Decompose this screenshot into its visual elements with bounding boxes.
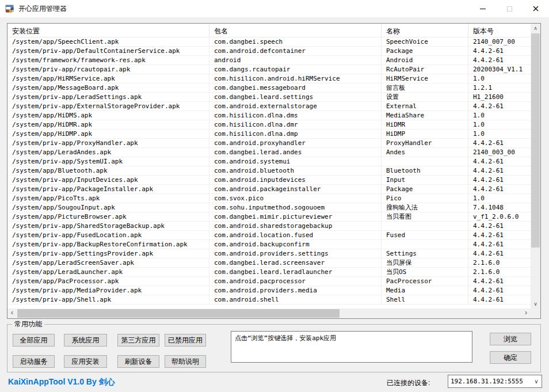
maximize-button — [496, 0, 523, 17]
table-row[interactable]: /system/priv-app/SettingsProvider.apkcom… — [7, 249, 531, 258]
table-row[interactable]: /system/priv-app/SharedStorageBackup.apk… — [7, 222, 531, 231]
cell-install-location: /system/app/LeradScreenSaver.apk — [7, 258, 209, 268]
cell-package: com.android.shell — [209, 295, 382, 305]
cell-install-location: /system/priv-app/BackupRestoreConfirmati… — [7, 240, 209, 249]
close-button[interactable]: × — [523, 0, 549, 17]
table-row[interactable]: /system/app/SougouInput.apkcom.sohu.inpu… — [7, 203, 531, 212]
vertical-scroll-thumb[interactable] — [531, 33, 540, 248]
cell-install-location: /system/app/LeradLauncher.apk — [7, 268, 209, 277]
cell-name: SpeechVoice — [382, 37, 468, 47]
table-row[interactable]: /system/app/HiDMS.apkcom.hisilicon.dlna.… — [7, 111, 531, 120]
cell-version: 1.0 — [468, 120, 531, 130]
cell-version: 4.4.2-61 — [468, 222, 531, 231]
minimize-icon — [480, 9, 486, 9]
install-app-button[interactable]: 应用安装 — [64, 355, 107, 368]
cell-name: 当贝OS — [382, 268, 468, 277]
table-row[interactable]: /system/framework/framework-res.apkandro… — [7, 56, 531, 65]
cell-package: com.android.sharedstoragebackup — [209, 222, 382, 231]
cell-name — [382, 240, 468, 249]
table-row[interactable]: /system/priv-app/FusedLocation.apkcom.an… — [7, 231, 531, 240]
table-row[interactable]: /system/priv-app/LeradSettings.apkcom.da… — [7, 93, 531, 102]
table-row[interactable]: /system/app/LeradLauncher.apkcom.dangbei… — [7, 268, 531, 277]
refresh-device-button[interactable]: 刷新设备 — [117, 355, 159, 368]
cell-name: Bluetooth — [382, 166, 468, 176]
cell-name: HiDMP — [382, 130, 468, 139]
vertical-scrollbar[interactable]: ∧ ∨ — [531, 24, 540, 309]
column-header-package[interactable]: 包名 — [209, 24, 382, 37]
cell-install-location: /system/priv-app/ExternalStorageProvider… — [7, 102, 209, 111]
cell-package: com.dangbei.speech — [209, 37, 382, 47]
all-apps-button[interactable]: 全部应用 — [13, 334, 55, 347]
table-row[interactable]: /system/priv-app/ProxyHandler.apkcom.and… — [7, 139, 531, 148]
app-table: 安装位置 包名 名称 版本号 /system/app/SpeechClient.… — [7, 23, 541, 319]
table-row[interactable]: /system/priv-app/Shell.apkcom.android.sh… — [7, 295, 531, 305]
cell-name — [382, 222, 468, 231]
cell-name: 设置 — [382, 93, 468, 102]
column-header-name[interactable]: 名称 — [382, 24, 468, 37]
window-title: 开心应用管理器 — [18, 4, 67, 14]
horizontal-scrollbar[interactable]: ‹ › — [7, 309, 531, 318]
app-credit: KaiXinAppTool V1.0 By 剑心 — [8, 377, 115, 387]
cell-name: MediaShare — [382, 111, 468, 120]
device-select[interactable]: 192.168.31.192:5555 ∨ — [448, 375, 542, 388]
minimize-button[interactable] — [470, 0, 496, 17]
cell-version: 1.0 — [468, 111, 531, 120]
table-body: /system/app/SpeechClient.apkcom.dangbei.… — [7, 37, 531, 309]
table-row[interactable]: /system/app/HiRMService.apkcom.hisilicon… — [7, 74, 531, 83]
cell-package: com.dangbei.messageboard — [209, 83, 382, 93]
cell-version: 1.0 — [468, 194, 531, 203]
table-row[interactable]: /system/priv-app/SystemUI.apkcom.android… — [7, 157, 531, 166]
cell-package: com.dangs.rcautopair — [209, 65, 382, 74]
cell-package: com.android.inputdevices — [209, 176, 382, 185]
app-icon — [5, 4, 14, 13]
table-row[interactable]: /system/priv-app/MediaProvider.apkcom.an… — [7, 286, 531, 295]
scroll-up-icon[interactable]: ∧ — [531, 24, 540, 33]
table-row[interactable]: /system/app/SpeechClient.apkcom.dangbei.… — [7, 37, 531, 47]
cell-name: Pico — [382, 194, 468, 203]
table-row[interactable]: /system/app/PictureBrowser.apkcom.dangbe… — [7, 212, 531, 222]
table-row[interactable]: /system/app/Bluetooth.apkcom.android.blu… — [7, 166, 531, 176]
cell-package: com.android.packageinstaller — [209, 185, 382, 194]
table-row[interactable]: /system/priv-app/InputDevices.apkcom.and… — [7, 176, 531, 185]
table-row[interactable]: /system/app/PicoTts.apkcom.svox.picoPico… — [7, 194, 531, 203]
table-row[interactable]: /system/app/PacProcessor.apkcom.android.… — [7, 277, 531, 286]
table-row[interactable]: /system/app/HiDMP.apkcom.hisilicon.dlna.… — [7, 130, 531, 139]
table-row[interactable]: /system/app/LeradScreenSaver.apkcom.dang… — [7, 258, 531, 268]
cell-package: com.android.providers.media — [209, 286, 382, 295]
table-row[interactable]: /system/app/LeradAndes.apkcom.dangbei.le… — [7, 148, 531, 157]
table-row[interactable]: /system/app/HiDMR.apkcom.hisilicon.dlna.… — [7, 120, 531, 130]
cell-package: com.android.backupconfirm — [209, 240, 382, 249]
scroll-right-icon[interactable]: › — [521, 309, 531, 318]
table-row[interactable]: /system/priv-app/DefaultContainerService… — [7, 47, 531, 56]
help-button[interactable]: 帮助说明 — [165, 355, 206, 368]
third-party-apps-button[interactable]: 第三方应用 — [117, 334, 159, 347]
connected-device-label: 已连接的设备: — [387, 378, 430, 388]
cell-version: 2140_007_00 — [468, 37, 531, 47]
cell-install-location: /system/app/HiDMP.apk — [7, 130, 209, 139]
ok-button[interactable]: 确定 — [490, 351, 531, 364]
horizontal-scroll-thumb[interactable] — [17, 309, 340, 318]
column-header-version[interactable]: 版本号 — [468, 24, 531, 37]
table-row[interactable]: /system/priv-app/BackupRestoreConfirmati… — [7, 240, 531, 249]
apk-path-input[interactable]: 点击“浏览”按键选择，安装apk应用 — [231, 331, 472, 363]
table-row[interactable]: /system/priv-app/ExternalStorageProvider… — [7, 102, 531, 111]
cell-package: android — [209, 56, 382, 65]
disabled-apps-button[interactable]: 已禁用应用 — [165, 334, 206, 347]
start-service-button[interactable]: 启动服务 — [13, 355, 55, 368]
browse-button[interactable]: 浏览 — [490, 333, 531, 345]
system-apps-button[interactable]: 系统应用 — [64, 334, 107, 347]
cell-version: 1.0 — [468, 130, 531, 139]
cell-install-location: /system/priv-app/LeradSettings.apk — [7, 93, 209, 102]
cell-version: v_f1_2.0.6.0 — [468, 212, 531, 222]
scroll-left-icon[interactable]: ‹ — [7, 309, 17, 318]
column-header-install-location[interactable]: 安装位置 — [7, 24, 209, 37]
table-row[interactable]: /system/app/MessageBoard.apkcom.dangbei.… — [7, 83, 531, 93]
scroll-down-icon[interactable]: ∨ — [531, 299, 540, 309]
cell-version: 2.1.6.0 — [468, 258, 531, 268]
cell-version: 2140_003_00 — [468, 148, 531, 157]
table-row[interactable]: /system/priv-app/rcautopair.apkcom.dangs… — [7, 65, 531, 74]
cell-version: 4.4.2-61 — [468, 240, 531, 249]
cell-version: 4.4.2-61 — [468, 277, 531, 286]
cell-package: com.hisilicon.android.hiRMService — [209, 74, 382, 83]
table-row[interactable]: /system/priv-app/PackageInstaller.apkcom… — [7, 185, 531, 194]
